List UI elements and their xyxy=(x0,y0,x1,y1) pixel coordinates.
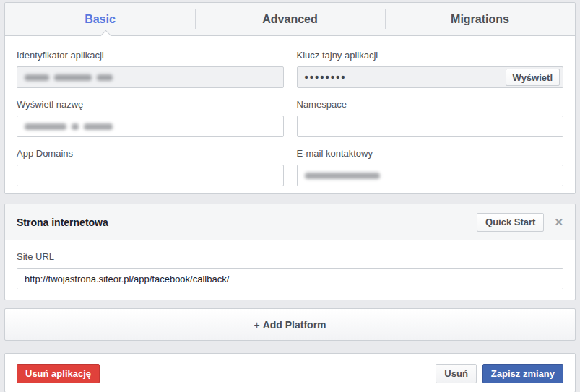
save-changes-button[interactable]: Zapisz zmiany xyxy=(482,364,563,383)
redacted-text xyxy=(72,123,79,130)
redacted-text xyxy=(25,74,49,81)
redacted-text xyxy=(54,74,92,81)
settings-card: Basic Advanced Migrations Identyfikator … xyxy=(4,2,576,194)
field-namespace: Namespace xyxy=(297,98,564,137)
tab-basic-label: Basic xyxy=(85,13,116,26)
tab-advanced-label: Advanced xyxy=(262,13,317,26)
redacted-text xyxy=(84,123,113,130)
tab-advanced[interactable]: Advanced xyxy=(195,3,385,35)
app-settings-page: Basic Advanced Migrations Identyfikator … xyxy=(0,0,580,392)
add-platform-label: Add Platform xyxy=(263,319,326,331)
website-section-header: Strona internetowa Quick Start ✕ xyxy=(5,204,575,240)
namespace-label: Namespace xyxy=(297,98,564,111)
field-app-id: Identyfikator aplikacji xyxy=(17,49,284,88)
action-bar: Usuń aplikację Usuń Zapisz zmiany xyxy=(4,353,576,392)
delete-app-button[interactable]: Usuń aplikację xyxy=(17,364,100,383)
app-id-input xyxy=(17,66,284,88)
contact-email-label: E-mail kontaktowy xyxy=(297,147,564,160)
tab-migrations-label: Migrations xyxy=(451,13,509,26)
app-secret-input: •••••••• Wyświetl xyxy=(297,66,564,88)
website-section-title: Strona internetowa xyxy=(17,217,108,228)
field-display-name: Wyświetl nazwę xyxy=(17,98,284,137)
tab-basic[interactable]: Basic xyxy=(5,3,195,35)
website-platform-card: Strona internetowa Quick Start ✕ Site UR… xyxy=(4,204,576,300)
add-platform-button[interactable]: +Add Platform xyxy=(4,308,576,341)
field-app-domains: App Domains xyxy=(17,147,284,186)
app-domains-label: App Domains xyxy=(17,147,284,160)
tab-bar: Basic Advanced Migrations xyxy=(5,3,575,36)
redacted-text xyxy=(25,123,66,130)
quick-start-button[interactable]: Quick Start xyxy=(477,213,544,232)
app-secret-masked-value: •••••••• xyxy=(305,67,347,87)
redacted-text xyxy=(305,173,380,179)
show-secret-button[interactable]: Wyświetl xyxy=(506,69,560,86)
display-name-label: Wyświetl nazwę xyxy=(17,98,284,111)
app-id-label: Identyfikator aplikacji xyxy=(17,49,284,62)
redacted-text xyxy=(97,74,113,81)
field-app-secret: Klucz tajny aplikacji •••••••• Wyświetl xyxy=(297,49,564,88)
namespace-input[interactable] xyxy=(297,116,564,137)
site-url-label: Site URL xyxy=(17,251,563,263)
site-url-input[interactable] xyxy=(17,268,563,289)
app-domains-input[interactable] xyxy=(17,165,284,186)
app-secret-label: Klucz tajny aplikacji xyxy=(297,49,564,62)
plus-icon: + xyxy=(254,319,259,331)
tab-migrations[interactable]: Migrations xyxy=(385,3,575,35)
display-name-input[interactable] xyxy=(17,116,284,137)
close-icon[interactable]: ✕ xyxy=(554,217,563,227)
website-section-body: Site URL xyxy=(5,240,575,300)
basic-settings-form: Identyfikator aplikacji Klucz tajny apli… xyxy=(5,36,575,193)
field-contact-email: E-mail kontaktowy xyxy=(297,147,564,186)
delete-button[interactable]: Usuń xyxy=(436,364,477,383)
contact-email-input[interactable] xyxy=(297,165,564,186)
